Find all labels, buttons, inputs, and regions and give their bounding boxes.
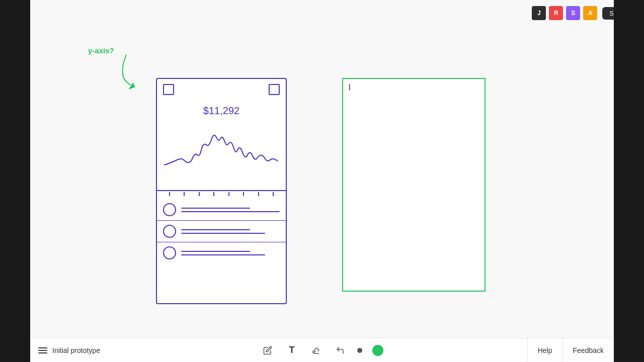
bottombar: Initial prototype T [30,338,614,362]
text-tool[interactable]: T [285,343,299,357]
chart-area [157,120,286,190]
eraser-tool[interactable] [309,343,323,357]
list-avatar [163,225,176,238]
list-text-lines [181,208,280,212]
phone-top-right-sq [269,84,280,95]
project-name: Initial prototype [52,346,100,354]
list-item [157,221,286,242]
list-avatar [163,203,176,216]
list-section [157,196,286,266]
phone-top-left-sq [163,84,174,95]
feedback-button[interactable]: Feedback [562,338,614,363]
list-avatar [163,246,176,259]
color-picker-green[interactable] [372,345,383,356]
avatar-s: S [566,6,580,20]
list-item [157,242,286,263]
green-text-box[interactable]: I [342,78,486,292]
list-text-lines [181,229,280,234]
phone-amount: $11,292 [157,100,286,120]
chart-svg [162,120,283,180]
avatar-j: J [532,6,546,20]
separator-dot [357,348,362,353]
annotation-label: y-axis? [88,46,114,55]
x-axis-ticks [157,191,286,196]
phone-wireframe: $11,292 [156,78,287,304]
avatar-r: R [549,6,563,20]
undo-tool[interactable] [333,343,347,357]
list-item [157,199,286,221]
help-button[interactable]: Help [527,338,562,363]
svg-marker-0 [128,82,135,89]
list-text-lines [181,251,280,255]
menu-icon[interactable] [38,347,47,353]
toolbar-right: Help Feedback [527,338,614,363]
pencil-tool[interactable] [261,343,275,357]
toolbar-center: T [261,343,383,357]
text-cursor: I [343,79,485,96]
avatar-a: A [583,6,597,20]
